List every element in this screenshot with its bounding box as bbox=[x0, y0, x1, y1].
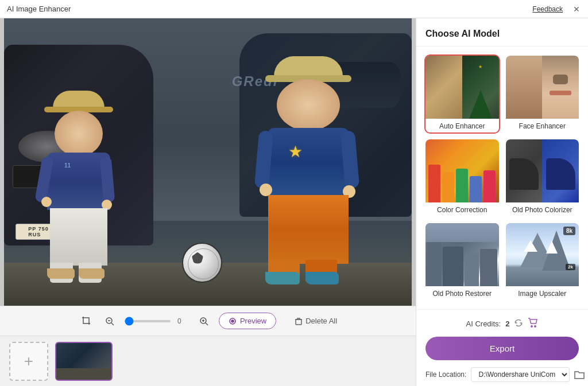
upscaler-badge: 8k bbox=[563, 227, 575, 235]
model-card-old-photo-colorizer[interactable]: Old Photo Colorizer bbox=[506, 139, 579, 216]
model-card-auto-enhancer[interactable]: ★ Auto Enhancer bbox=[425, 56, 499, 132]
model-thumb-color-correction bbox=[425, 139, 499, 202]
models-grid: ★ Auto Enhancer bbox=[416, 46, 588, 309]
thumbnail-item[interactable] bbox=[55, 342, 113, 381]
face-enhancer-label: Face Enhancer bbox=[506, 119, 579, 132]
close-button[interactable]: ✕ bbox=[572, 5, 581, 14]
cart-icon[interactable] bbox=[528, 318, 538, 330]
color-correction-image bbox=[425, 139, 499, 202]
soccer-ball bbox=[182, 243, 222, 283]
image-upscaler-label: Image Upscaler bbox=[506, 286, 579, 300]
auto-enhancer-label: Auto Enhancer bbox=[425, 119, 499, 132]
preview-button[interactable]: Preview bbox=[219, 313, 276, 329]
model-card-face-enhancer[interactable]: Face Enhancer bbox=[506, 56, 579, 132]
thumbnail-image bbox=[56, 343, 111, 380]
model-card-color-correction[interactable]: Color Correction bbox=[425, 139, 499, 216]
model-thumb-image-upscaler: 8k 2k bbox=[506, 223, 579, 286]
right-panel: Choose AI Model ★ bbox=[416, 18, 588, 386]
credits-row: AI Credits: 2 bbox=[425, 318, 579, 330]
color-correction-label: Color Correction bbox=[425, 202, 499, 216]
model-thumb-face-enhancer bbox=[506, 56, 579, 119]
thumbnail-strip: + bbox=[0, 336, 416, 386]
titlebar: AI Image Enhancer Feedback ✕ bbox=[0, 0, 588, 18]
refresh-credits-icon[interactable] bbox=[514, 318, 523, 329]
folder-icon[interactable] bbox=[574, 369, 585, 380]
feedback-link[interactable]: Feedback bbox=[532, 5, 563, 13]
photo-scene: PP 750RUS GRedr bbox=[4, 18, 412, 306]
zoom-out-button[interactable] bbox=[102, 313, 118, 329]
delete-all-button[interactable]: Delete All bbox=[295, 317, 337, 325]
face-after bbox=[542, 56, 579, 119]
titlebar-right: Feedback ✕ bbox=[532, 5, 581, 14]
model-thumb-old-photo-restorer bbox=[425, 223, 499, 286]
right-panel-footer: AI Credits: 2 bbox=[416, 309, 588, 386]
auto-enhancer-image: ★ bbox=[425, 56, 499, 119]
model-thumb-old-photo-colorizer bbox=[506, 139, 579, 202]
main-content: PP 750RUS GRedr bbox=[0, 18, 588, 386]
old-photo-colorizer-label: Old Photo Colorizer bbox=[506, 202, 579, 216]
image-upscaler-image: 8k 2k bbox=[506, 223, 579, 286]
add-image-button[interactable]: + bbox=[9, 342, 48, 381]
crop-button[interactable] bbox=[79, 313, 95, 329]
toolbar: 0 Preview bbox=[0, 306, 416, 336]
file-location-row: File Location: D:\Wondershare UniCom bbox=[425, 367, 579, 382]
app-title: AI Image Enhancer bbox=[7, 5, 71, 13]
old-photo-restorer-label: Old Photo Restorer bbox=[425, 286, 499, 300]
face-enhancer-image bbox=[506, 56, 579, 119]
svg-rect-9 bbox=[296, 319, 301, 325]
zoom-slider[interactable] bbox=[125, 320, 171, 322]
file-location-select[interactable]: D:\Wondershare UniCom bbox=[471, 367, 570, 382]
titlebar-left: AI Image Enhancer bbox=[7, 5, 71, 13]
credits-value: 2 bbox=[505, 319, 509, 328]
face-before bbox=[506, 56, 543, 119]
model-card-image-upscaler[interactable]: 8k 2k Image Upscaler bbox=[506, 223, 579, 300]
old-photo-restorer-image bbox=[425, 223, 499, 286]
svg-line-6 bbox=[206, 323, 208, 325]
old-photo-colorizer-image bbox=[506, 139, 579, 202]
svg-point-8 bbox=[231, 320, 234, 322]
zoom-in-button[interactable] bbox=[196, 313, 212, 329]
zoom-value: 0 bbox=[177, 317, 189, 325]
auto-enhancer-after: ★ bbox=[462, 56, 499, 119]
auto-enhancer-before bbox=[425, 56, 462, 119]
left-panel: PP 750RUS GRedr bbox=[0, 18, 416, 386]
svg-point-12 bbox=[535, 326, 536, 327]
model-thumb-auto-enhancer: ★ bbox=[425, 56, 499, 119]
svg-point-11 bbox=[531, 326, 532, 327]
panel-header: Choose AI Model bbox=[416, 18, 588, 46]
image-viewport: PP 750RUS GRedr bbox=[0, 18, 416, 306]
main-image: PP 750RUS GRedr bbox=[4, 18, 412, 306]
file-location-label: File Location: bbox=[425, 371, 466, 379]
model-card-old-photo-restorer[interactable]: Old Photo Restorer bbox=[425, 223, 499, 300]
svg-line-2 bbox=[111, 323, 114, 325]
credits-label: AI Credits: bbox=[466, 319, 501, 328]
export-button[interactable]: Export bbox=[425, 337, 579, 360]
